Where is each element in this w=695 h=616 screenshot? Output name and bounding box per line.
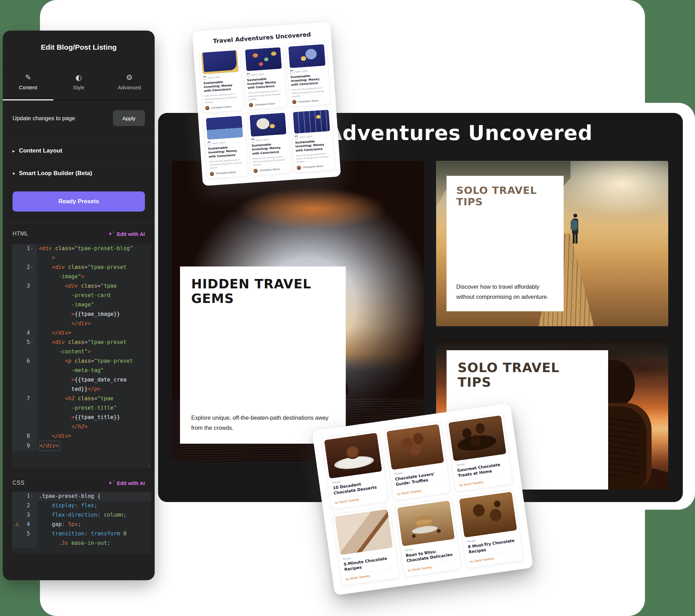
list-item[interactable]: Recipe Bean to Bliss: Chocolate Delicaci… <box>394 498 461 577</box>
post-author: Christopher Wilson <box>292 98 328 104</box>
resize-handle[interactable] <box>146 463 150 467</box>
list-item[interactable]: April 6, 2024 Sustainable Investing: Mon… <box>247 111 291 175</box>
code-line[interactable]: 1▾.tpae-preset-blog { <box>12 492 151 501</box>
tab-style[interactable]: ◐ Style <box>54 64 104 100</box>
panel-header: Edit Blog/Post Listing <box>3 31 155 64</box>
calendar-icon <box>290 70 294 74</box>
post-thumbnail <box>386 424 444 470</box>
code-line[interactable]: >{{tpae_image}} <box>12 310 151 319</box>
sparkle-icon <box>113 481 115 482</box>
pencil-icon: ✎ <box>25 74 31 81</box>
code-line[interactable]: 8 </div> <box>12 432 151 441</box>
post-author: Christopher Wilson <box>297 163 333 170</box>
avatar <box>210 172 214 176</box>
css-code-editor[interactable]: 1▾.tpae-preset-blog {2 display: flex;3 f… <box>12 492 151 553</box>
code-line[interactable]: </h2> <box>12 422 151 432</box>
post-author: Christopher Wilson <box>253 166 289 173</box>
fold-icon[interactable]: ▾ <box>31 244 34 253</box>
fold-icon[interactable]: ▾ <box>31 338 34 347</box>
post-author: Christopher Wilson <box>210 170 245 176</box>
chevron-down-icon: ▾ <box>13 171 15 176</box>
post-thumbnail <box>448 415 506 461</box>
code-line[interactable]: -preset-title" <box>12 403 151 413</box>
post-thumbnail <box>459 492 517 537</box>
update-label: Update changes to page <box>13 115 75 122</box>
code-line[interactable]: 4 </div> <box>12 328 151 338</box>
calendar-icon <box>207 142 211 146</box>
code-line[interactable]: >{{tpae_title}} <box>12 413 151 422</box>
list-item[interactable]: Recipe Chocolate Lovers' Guide: Truffles… <box>384 421 451 501</box>
code-line[interactable]: 6 <p class="tpae-preset <box>12 356 151 366</box>
calendar-icon <box>295 135 298 140</box>
tab-advanced[interactable]: ⚙ Advanced <box>104 64 155 100</box>
preset-preview-card-bottom[interactable]: Recipe 10 Decadent Chocolate Desserts by… <box>312 403 533 596</box>
post-excerpt: Delve into the growing trend of ethical … <box>296 151 332 164</box>
code-line[interactable]: -preset-card <box>12 291 151 300</box>
code-line[interactable]: ted}}</p> <box>12 385 151 394</box>
card-overlay: SOLO TRAVEL TIPS Discover how to travel … <box>447 176 564 311</box>
code-line[interactable]: > <box>12 253 151 263</box>
post-excerpt: Delve into the growing trend of ethical … <box>248 89 284 101</box>
ready-presets-button[interactable]: Ready Presets <box>13 191 145 212</box>
list-item[interactable]: April 6, 2024 Sustainable Investing: Mon… <box>291 108 335 173</box>
section-content-layout[interactable]: ▸ Content Layout <box>3 140 155 162</box>
list-item[interactable]: Recipe 8 Must-Try Chocolate Recipes by S… <box>456 489 524 568</box>
recipe-post-grid: Recipe 10 Decadent Chocolate Desserts by… <box>321 412 524 586</box>
code-line[interactable]: >{{tpae_date_crea <box>12 375 151 385</box>
code-line[interactable]: 3 <div class="tpae <box>12 281 151 291</box>
code-line[interactable]: -meta-tag" <box>12 366 151 375</box>
avatar <box>292 100 297 104</box>
html-code-editor[interactable]: 1▾<div class="tpae-preset-blog" >2▾ <div… <box>12 244 151 468</box>
preview-title: Travel Adventures Uncovered <box>198 30 326 46</box>
code-line[interactable]: 2 display: flex; <box>12 501 151 510</box>
post-excerpt: Delve into the growing trend of ethical … <box>204 92 240 104</box>
html-editor-header: HTML Edit with AI <box>13 231 145 237</box>
card-description: Discover how to travel affordably withou… <box>456 282 554 302</box>
css-editor-header: CSS Edit with AI <box>13 480 145 486</box>
list-item[interactable]: Recipe 5-Minute Chocolate Recipes by Sar… <box>332 506 400 586</box>
code-line[interactable]: -content"> <box>12 347 151 356</box>
fold-icon[interactable]: ▾ <box>31 492 34 501</box>
list-item[interactable]: April 6, 2024 Sustainable Investing: Mon… <box>204 114 248 179</box>
fold-icon[interactable]: ▾ <box>31 263 34 272</box>
post-author: Christopher Wilson <box>248 101 284 107</box>
list-item[interactable]: Recipe 10 Decadent Chocolate Desserts by… <box>321 430 389 510</box>
code-line[interactable]: 1▾<div class="tpae-preset-blog" <box>12 244 151 253</box>
list-item[interactable]: Recipe Gourmet Chocolate Treats at Home … <box>445 412 513 492</box>
post-title: Sustainable Investing: Money with Consci… <box>291 73 327 87</box>
list-item[interactable]: April 6, 2024 Sustainable Investing: Mon… <box>199 48 243 113</box>
post-title: Sustainable Investing: Money with Consci… <box>247 76 283 90</box>
code-line[interactable]: 2▾ <div class="tpae-preset <box>12 263 151 272</box>
code-line[interactable]: </div> <box>12 319 151 328</box>
code-line[interactable]: .3s ease-in-out; <box>12 539 151 548</box>
chevron-right-icon: ▸ <box>13 148 15 154</box>
code-line[interactable]: 7 <h2 class="tpae <box>12 394 151 403</box>
card-title: SOLO TRAVEL TIPS <box>458 361 597 390</box>
edit-with-ai-button[interactable]: Edit with AI <box>108 231 145 237</box>
blog-card-solo-travel-tips-1[interactable]: SOLO TRAVEL TIPS Discover how to travel … <box>436 161 668 326</box>
divider <box>3 475 155 475</box>
tab-content[interactable]: ✎ Content <box>3 64 54 100</box>
code-line[interactable]: 5 transition: transform 0 <box>12 529 151 539</box>
code-line[interactable]: 3 flex-direction: column; <box>12 510 151 520</box>
post-thumbnail <box>324 433 382 479</box>
list-item[interactable]: April 6, 2024 Sustainable Investing: Mon… <box>286 42 330 107</box>
avatar <box>205 106 210 110</box>
preset-preview-card-top[interactable]: Travel Adventures Uncovered April 6, 202… <box>192 22 341 186</box>
code-line[interactable]: -image" <box>12 300 151 310</box>
html-label: HTML <box>13 231 28 237</box>
warning-icon: ⚠ <box>15 520 19 529</box>
code-line[interactable]: -image"> <box>12 272 151 281</box>
apply-button[interactable]: Apply <box>113 110 145 126</box>
edit-widget-panel: Edit Blog/Post Listing ✎ Content ◐ Style… <box>3 31 155 580</box>
section-smart-loop-builder[interactable]: ▾ Smart Loop Builder (Beta) <box>3 162 155 184</box>
avatar <box>248 103 253 107</box>
code-line[interactable]: 9</div> <box>12 441 151 451</box>
list-item[interactable]: April 6, 2024 Sustainable Investing: Mon… <box>243 45 287 110</box>
blog-card-hidden-travel-gems[interactable]: HIDDEN TRAVEL GEMS Explore unique, off-t… <box>172 161 424 462</box>
edit-with-ai-button[interactable]: Edit with AI <box>108 480 145 486</box>
sparkle-icon <box>113 231 115 233</box>
code-line[interactable]: 5▾ <div class="tpae-preset <box>12 338 151 347</box>
code-line[interactable]: ⚠4 gap: 5px; <box>12 520 151 529</box>
post-thumbnail <box>397 500 455 546</box>
